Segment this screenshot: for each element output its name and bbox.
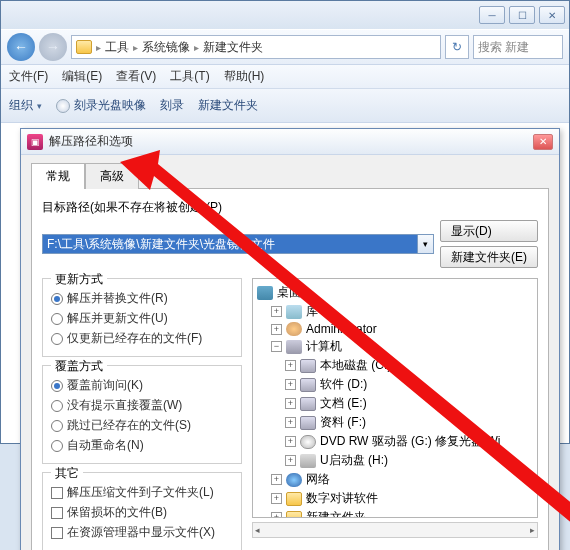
tab-general[interactable]: 常规 <box>31 163 85 189</box>
folder-tree[interactable]: 桌面 +库 +Administrator −计算机 +本地磁盘 (C:) +软件… <box>252 278 538 518</box>
drive-icon <box>300 378 316 392</box>
expand-icon[interactable]: + <box>271 493 282 504</box>
menu-view[interactable]: 查看(V) <box>116 68 156 85</box>
scroll-left-icon[interactable]: ◂ <box>255 525 260 535</box>
tree-node-drive-c[interactable]: +本地磁盘 (C:) <box>257 356 533 375</box>
checkbox-icon <box>51 507 63 519</box>
check-keepbroken[interactable]: 保留损坏的文件(B) <box>51 504 233 521</box>
radio-icon <box>51 380 63 392</box>
user-icon <box>286 322 302 336</box>
path-label: 目标路径(如果不存在将被创建)(P) <box>42 199 538 216</box>
tree-node-desktop[interactable]: 桌面 <box>257 283 533 302</box>
expand-icon[interactable]: + <box>271 324 282 335</box>
chevron-down-icon: ▾ <box>37 101 42 111</box>
expand-icon[interactable]: + <box>285 417 296 428</box>
radio-icon <box>51 440 63 452</box>
new-folder-button[interactable]: 新建文件夹 <box>198 97 258 114</box>
back-button[interactable]: ← <box>7 33 35 61</box>
path-dropdown-button[interactable]: ▾ <box>418 234 434 254</box>
search-input[interactable]: 搜索 新建 <box>473 35 563 59</box>
expand-icon[interactable]: + <box>285 360 296 371</box>
burn-image-button[interactable]: 刻录光盘映像 <box>56 97 146 114</box>
folder-icon <box>286 511 302 519</box>
drive-icon <box>300 397 316 411</box>
tree-node-newfolder[interactable]: +新建文件夹 <box>257 508 533 518</box>
overwrite-group: 覆盖方式 覆盖前询问(K) 没有提示直接覆盖(W) 跳过已经存在的文件(S) 自… <box>42 365 242 464</box>
maximize-button[interactable]: ☐ <box>509 6 535 24</box>
radio-icon <box>51 400 63 412</box>
drive-icon <box>300 359 316 373</box>
organize-button[interactable]: 组织▾ <box>9 97 42 114</box>
checkbox-icon <box>51 527 63 539</box>
radio-replace[interactable]: 解压并替换文件(R) <box>51 290 233 307</box>
new-folder-button[interactable]: 新建文件夹(E) <box>440 246 538 268</box>
tree-node-usb[interactable]: +U启动盘 (H:) <box>257 451 533 470</box>
path-input[interactable] <box>42 234 418 254</box>
address-bar[interactable]: ▸ 工具 ▸ 系统镜像 ▸ 新建文件夹 <box>71 35 441 59</box>
scroll-right-icon[interactable]: ▸ <box>530 525 535 535</box>
tree-node-drive-f[interactable]: +资料 (F:) <box>257 413 533 432</box>
radio-ask[interactable]: 覆盖前询问(K) <box>51 377 233 394</box>
breadcrumb-seg[interactable]: 新建文件夹 <box>203 39 263 56</box>
menu-help[interactable]: 帮助(H) <box>224 68 265 85</box>
menu-edit[interactable]: 编辑(E) <box>62 68 102 85</box>
chevron-right-icon: ▸ <box>194 42 199 53</box>
expand-icon[interactable]: + <box>271 474 282 485</box>
computer-icon <box>286 340 302 354</box>
radio-skip[interactable]: 跳过已经存在的文件(S) <box>51 417 233 434</box>
radio-update[interactable]: 解压并更新文件(U) <box>51 310 233 327</box>
tree-node-computer[interactable]: −计算机 <box>257 337 533 356</box>
network-icon <box>286 473 302 487</box>
tree-node-drive-e[interactable]: +文档 (E:) <box>257 394 533 413</box>
expand-icon[interactable]: + <box>285 398 296 409</box>
tree-node-digital[interactable]: +数字对讲软件 <box>257 489 533 508</box>
expand-icon[interactable]: + <box>285 455 296 466</box>
radio-rename[interactable]: 自动重命名(N) <box>51 437 233 454</box>
forward-button[interactable]: → <box>39 33 67 61</box>
dialog-close-button[interactable]: ✕ <box>533 134 553 150</box>
tree-node-drive-d[interactable]: +软件 (D:) <box>257 375 533 394</box>
tree-node-dvd[interactable]: +DVD RW 驱动器 (G:) 修复光盘 Wi <box>257 432 533 451</box>
expand-icon[interactable]: + <box>271 306 282 317</box>
tab-strip: 常规 高级 <box>31 163 549 189</box>
folder-icon <box>286 492 302 506</box>
dialog-body: 常规 高级 目标路径(如果不存在将被创建)(P) ▾ 显示(D) 新建文件夹(E… <box>21 155 559 550</box>
checkbox-icon <box>51 487 63 499</box>
dvd-icon <box>300 435 316 449</box>
radio-icon <box>51 293 63 305</box>
burn-button[interactable]: 刻录 <box>160 97 184 114</box>
group-legend: 覆盖方式 <box>51 358 107 375</box>
expand-icon[interactable]: + <box>285 436 296 447</box>
chevron-right-icon: ▸ <box>96 42 101 53</box>
radio-fresh[interactable]: 仅更新已经存在的文件(F) <box>51 330 233 347</box>
usb-icon <box>300 454 316 468</box>
collapse-icon[interactable]: − <box>271 341 282 352</box>
tree-node-network[interactable]: +网络 <box>257 470 533 489</box>
update-group: 更新方式 解压并替换文件(R) 解压并更新文件(U) 仅更新已经存在的文件(F) <box>42 278 242 357</box>
check-explorer[interactable]: 在资源管理器中显示文件(X) <box>51 524 233 541</box>
tree-node-admin[interactable]: +Administrator <box>257 321 533 337</box>
menu-file[interactable]: 文件(F) <box>9 68 48 85</box>
horizontal-scrollbar[interactable]: ◂▸ <box>252 522 538 538</box>
radio-icon <box>51 420 63 432</box>
radio-silent[interactable]: 没有提示直接覆盖(W) <box>51 397 233 414</box>
display-button[interactable]: 显示(D) <box>440 220 538 242</box>
refresh-button[interactable]: ↻ <box>445 35 469 59</box>
breadcrumb-seg[interactable]: 系统镜像 <box>142 39 190 56</box>
nav-row: ← → ▸ 工具 ▸ 系统镜像 ▸ 新建文件夹 ↻ 搜索 新建 <box>1 29 569 65</box>
breadcrumb-seg[interactable]: 工具 <box>105 39 129 56</box>
close-button[interactable]: ✕ <box>539 6 565 24</box>
desktop-icon <box>257 286 273 300</box>
minimize-button[interactable]: ─ <box>479 6 505 24</box>
tab-advanced[interactable]: 高级 <box>85 163 139 189</box>
expand-icon[interactable]: + <box>271 512 282 518</box>
radio-icon <box>51 313 63 325</box>
expand-icon[interactable]: + <box>285 379 296 390</box>
winrar-icon: ▣ <box>27 134 43 150</box>
dialog-titlebar: ▣ 解压路径和选项 ✕ <box>21 129 559 155</box>
menu-tools[interactable]: 工具(T) <box>170 68 209 85</box>
extract-dialog: ▣ 解压路径和选项 ✕ 常规 高级 目标路径(如果不存在将被创建)(P) ▾ 显… <box>20 128 560 550</box>
path-combo: ▾ <box>42 234 434 254</box>
tree-node-libraries[interactable]: +库 <box>257 302 533 321</box>
check-subfolder[interactable]: 解压压缩文件到子文件夹(L) <box>51 484 233 501</box>
